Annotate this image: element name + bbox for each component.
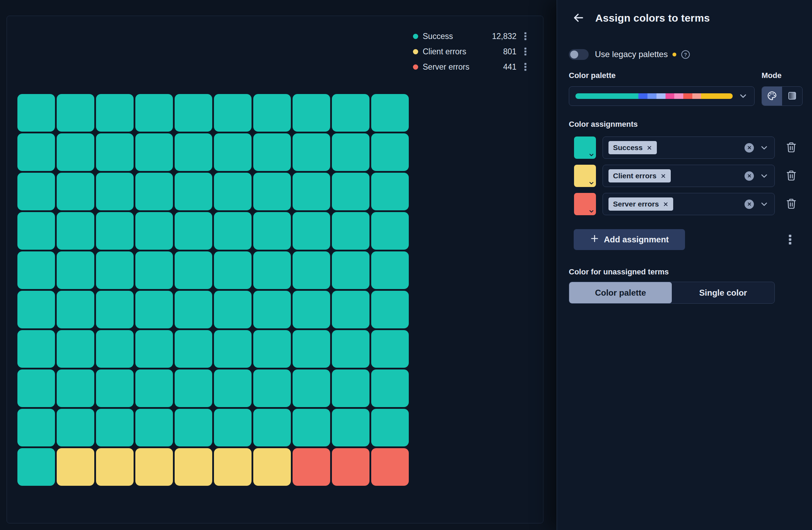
waffle-cell[interactable] bbox=[57, 369, 94, 407]
waffle-cell[interactable] bbox=[214, 409, 252, 446]
waffle-cell[interactable] bbox=[332, 133, 369, 171]
legend-item[interactable]: Client errors801 bbox=[413, 44, 528, 59]
waffle-cell[interactable] bbox=[293, 369, 330, 407]
waffle-cell[interactable] bbox=[253, 173, 291, 210]
combobox-clear-icon[interactable] bbox=[745, 171, 754, 181]
add-assignment-button[interactable]: Add assignment bbox=[574, 229, 685, 250]
waffle-cell[interactable] bbox=[293, 133, 330, 171]
waffle-cell[interactable] bbox=[175, 212, 212, 250]
waffle-cell[interactable] bbox=[214, 251, 252, 289]
waffle-cell[interactable] bbox=[253, 94, 291, 132]
legend-actions-icon[interactable] bbox=[523, 32, 528, 40]
waffle-cell[interactable] bbox=[175, 173, 212, 210]
waffle-cell[interactable] bbox=[96, 212, 134, 250]
waffle-cell[interactable] bbox=[57, 212, 94, 250]
waffle-cell[interactable] bbox=[371, 212, 409, 250]
segment-color-palette[interactable]: Color palette bbox=[569, 282, 672, 303]
waffle-cell[interactable] bbox=[135, 409, 173, 446]
waffle-cell[interactable] bbox=[17, 369, 55, 407]
waffle-cell[interactable] bbox=[135, 291, 173, 328]
term-combobox[interactable]: Client errors bbox=[603, 165, 775, 187]
waffle-cell[interactable] bbox=[332, 94, 369, 132]
waffle-cell[interactable] bbox=[293, 251, 330, 289]
waffle-cell[interactable] bbox=[135, 94, 173, 132]
waffle-cell[interactable] bbox=[293, 330, 330, 368]
legend-item[interactable]: Success12,832 bbox=[413, 29, 528, 44]
waffle-cell[interactable] bbox=[57, 251, 94, 289]
waffle-cell[interactable] bbox=[293, 173, 330, 210]
waffle-cell[interactable] bbox=[214, 369, 252, 407]
legend-actions-icon[interactable] bbox=[523, 63, 528, 71]
waffle-cell[interactable] bbox=[332, 448, 369, 486]
waffle-cell[interactable] bbox=[17, 173, 55, 210]
waffle-cell[interactable] bbox=[253, 330, 291, 368]
waffle-cell[interactable] bbox=[293, 212, 330, 250]
waffle-cell[interactable] bbox=[253, 409, 291, 446]
delete-assignment-button[interactable] bbox=[786, 198, 797, 210]
combobox-clear-icon[interactable] bbox=[745, 143, 754, 153]
waffle-cell[interactable] bbox=[57, 94, 94, 132]
waffle-cell[interactable] bbox=[57, 133, 94, 171]
waffle-cell[interactable] bbox=[17, 212, 55, 250]
color-swatch-button[interactable] bbox=[574, 165, 596, 187]
waffle-cell[interactable] bbox=[96, 369, 134, 407]
waffle-cell[interactable] bbox=[17, 133, 55, 171]
waffle-cell[interactable] bbox=[214, 330, 252, 368]
color-swatch-button[interactable] bbox=[574, 137, 596, 159]
waffle-cell[interactable] bbox=[135, 251, 173, 289]
waffle-cell[interactable] bbox=[214, 173, 252, 210]
waffle-cell[interactable] bbox=[332, 291, 369, 328]
waffle-cell[interactable] bbox=[175, 133, 212, 171]
waffle-cell[interactable] bbox=[214, 448, 252, 486]
waffle-cell[interactable] bbox=[332, 369, 369, 407]
combobox-chevron-icon[interactable] bbox=[759, 143, 769, 153]
waffle-cell[interactable] bbox=[371, 251, 409, 289]
waffle-cell[interactable] bbox=[253, 369, 291, 407]
waffle-cell[interactable] bbox=[214, 94, 252, 132]
legend-item[interactable]: Server errors441 bbox=[413, 59, 528, 75]
waffle-cell[interactable] bbox=[135, 448, 173, 486]
assignments-actions-icon[interactable] bbox=[787, 234, 793, 245]
waffle-cell[interactable] bbox=[371, 448, 409, 486]
pill-remove-icon[interactable] bbox=[663, 201, 669, 207]
waffle-cell[interactable] bbox=[175, 330, 212, 368]
color-swatch-button[interactable] bbox=[574, 193, 596, 215]
waffle-cell[interactable] bbox=[253, 291, 291, 328]
waffle-cell[interactable] bbox=[175, 448, 212, 486]
mode-gradient-button[interactable] bbox=[782, 87, 802, 106]
waffle-cell[interactable] bbox=[332, 251, 369, 289]
waffle-cell[interactable] bbox=[253, 212, 291, 250]
waffle-cell[interactable] bbox=[17, 291, 55, 328]
waffle-cell[interactable] bbox=[371, 173, 409, 210]
waffle-cell[interactable] bbox=[96, 448, 134, 486]
pill-remove-icon[interactable] bbox=[646, 145, 652, 151]
waffle-cell[interactable] bbox=[214, 212, 252, 250]
waffle-cell[interactable] bbox=[371, 291, 409, 328]
waffle-cell[interactable] bbox=[371, 369, 409, 407]
waffle-cell[interactable] bbox=[96, 173, 134, 210]
waffle-cell[interactable] bbox=[135, 212, 173, 250]
waffle-cell[interactable] bbox=[332, 173, 369, 210]
combobox-chevron-icon[interactable] bbox=[759, 200, 769, 209]
waffle-cell[interactable] bbox=[175, 94, 212, 132]
waffle-cell[interactable] bbox=[96, 330, 134, 368]
waffle-cell[interactable] bbox=[293, 94, 330, 132]
waffle-cell[interactable] bbox=[135, 133, 173, 171]
waffle-cell[interactable] bbox=[17, 251, 55, 289]
waffle-cell[interactable] bbox=[253, 133, 291, 171]
waffle-cell[interactable] bbox=[214, 291, 252, 328]
waffle-cell[interactable] bbox=[135, 173, 173, 210]
waffle-cell[interactable] bbox=[57, 173, 94, 210]
waffle-cell[interactable] bbox=[17, 94, 55, 132]
waffle-cell[interactable] bbox=[135, 369, 173, 407]
legacy-palettes-toggle[interactable] bbox=[569, 49, 589, 60]
waffle-cell[interactable] bbox=[96, 291, 134, 328]
waffle-cell[interactable] bbox=[293, 291, 330, 328]
legend-actions-icon[interactable] bbox=[523, 47, 528, 56]
palette-select[interactable] bbox=[569, 86, 755, 106]
waffle-cell[interactable] bbox=[332, 409, 369, 446]
waffle-cell[interactable] bbox=[96, 133, 134, 171]
waffle-cell[interactable] bbox=[253, 251, 291, 289]
waffle-cell[interactable] bbox=[96, 409, 134, 446]
waffle-cell[interactable] bbox=[371, 94, 409, 132]
